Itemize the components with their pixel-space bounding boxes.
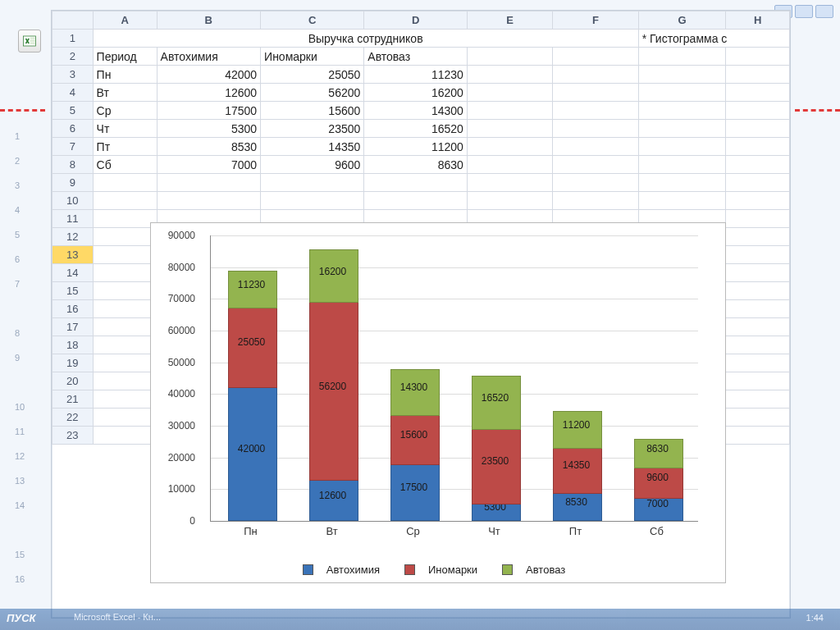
row-header-9[interactable]: 9 xyxy=(52,174,94,192)
cell-r3-c0[interactable]: Пн xyxy=(93,66,157,84)
column-header-H[interactable]: H xyxy=(726,11,790,30)
row-header-5[interactable]: 5 xyxy=(52,102,94,120)
data-label: 11200 xyxy=(553,419,600,431)
embedded-chart[interactable]: 4200025050112301260056200162001750015600… xyxy=(150,222,726,583)
data-label: 8630 xyxy=(634,443,682,454)
row-header-18[interactable]: 18 xyxy=(52,336,94,354)
excel-icon xyxy=(18,30,41,52)
row-header-22[interactable]: 22 xyxy=(52,409,94,427)
cell-r6-c1[interactable]: 5300 xyxy=(157,120,261,138)
row-header-1[interactable]: 1 xyxy=(52,30,94,48)
data-label: 16200 xyxy=(309,266,357,277)
data-label: 12600 xyxy=(309,490,357,501)
cell-r6-c0[interactable]: Чт xyxy=(93,120,157,138)
cell-r5-c0[interactable]: Ср xyxy=(93,102,157,120)
cell-r4-c2[interactable]: 56200 xyxy=(261,84,364,102)
bg-rownum: 12 xyxy=(15,451,25,461)
data-label: 56200 xyxy=(309,381,357,392)
cell-r8-c0[interactable]: Сб xyxy=(93,156,157,174)
row-header-11[interactable]: 11 xyxy=(52,210,94,228)
data-label: 16520 xyxy=(472,392,519,404)
row-header-15[interactable]: 15 xyxy=(52,282,94,300)
bg-rownum: 1 xyxy=(15,131,20,141)
header-cell-2[interactable]: Иномарки xyxy=(261,48,364,66)
cell-r6-c2[interactable]: 23500 xyxy=(261,120,364,138)
cell-r8-c2[interactable]: 9600 xyxy=(261,156,364,174)
bg-rownum: 4 xyxy=(15,205,20,215)
y-tick-80000: 80000 xyxy=(151,262,195,273)
column-header-G[interactable]: G xyxy=(638,11,726,30)
bg-rownum: 8 xyxy=(15,328,20,338)
row-header-10[interactable]: 10 xyxy=(52,192,94,210)
svg-rect-3 xyxy=(30,43,35,44)
start-button[interactable]: ПУСК xyxy=(7,612,36,624)
row-header-23[interactable]: 23 xyxy=(52,427,94,445)
cell-r3-c2[interactable]: 25050 xyxy=(261,66,364,84)
data-label: 8530 xyxy=(553,496,600,508)
data-label: 42000 xyxy=(228,443,276,454)
x-label-Чт: Чт xyxy=(471,525,518,537)
cell-r6-c3[interactable]: 16520 xyxy=(364,120,468,138)
data-label: 7000 xyxy=(634,498,682,509)
cell-r3-c3[interactable]: 11230 xyxy=(364,66,468,84)
row-header-21[interactable]: 21 xyxy=(52,390,94,409)
cell-r5-c1[interactable]: 17500 xyxy=(157,102,261,120)
bg-rownum: 15 xyxy=(15,550,25,559)
red-dash-right xyxy=(795,109,840,112)
cell-r4-c3[interactable]: 16200 xyxy=(364,84,468,102)
column-header-E[interactable]: E xyxy=(467,11,552,30)
column-header-A[interactable]: A xyxy=(93,11,157,30)
note-cell[interactable]: * Гистограмма с xyxy=(638,30,789,48)
taskbar[interactable]: ПУСК Microsoft Excel - Кн... 1:44 xyxy=(0,609,840,630)
column-header-D[interactable]: D xyxy=(364,11,468,30)
cell-r7-c3[interactable]: 11200 xyxy=(364,138,468,156)
chart-plot-area: 4200025050112301260056200162001750015600… xyxy=(210,235,698,522)
y-tick-70000: 70000 xyxy=(151,293,195,304)
cell-r8-c1[interactable]: 7000 xyxy=(157,156,261,174)
taskbar-item-excel[interactable]: Microsoft Excel - Кн... xyxy=(74,612,161,622)
row-header-4[interactable]: 4 xyxy=(52,84,94,102)
header-cell-3[interactable]: Автоваз xyxy=(364,48,468,66)
legend-item-1: Иномарки xyxy=(404,564,486,576)
row-header-17[interactable]: 17 xyxy=(52,318,94,336)
row-header-3[interactable]: 3 xyxy=(52,66,94,84)
data-label: 17500 xyxy=(390,482,438,493)
spreadsheet-panel[interactable]: ABCDEFGH 1Выручка сотрудников* Гистограм… xyxy=(51,10,791,619)
cell-r8-c3[interactable]: 8630 xyxy=(364,156,468,174)
column-header-C[interactable]: C xyxy=(261,11,364,30)
row-header-2[interactable]: 2 xyxy=(52,48,94,66)
cell-r7-c1[interactable]: 8530 xyxy=(157,138,261,156)
row-header-16[interactable]: 16 xyxy=(52,300,94,318)
data-label: 14350 xyxy=(553,459,600,471)
row-header-8[interactable]: 8 xyxy=(52,156,94,174)
column-header-F[interactable]: F xyxy=(553,11,638,30)
row-header-14[interactable]: 14 xyxy=(52,264,94,282)
row-header-20[interactable]: 20 xyxy=(52,372,94,390)
bg-rownum: 14 xyxy=(15,500,25,510)
taskbar-clock: 1:44 xyxy=(806,613,824,623)
cell-r4-c0[interactable]: Вт xyxy=(93,84,157,102)
bg-rownum: 9 xyxy=(15,353,20,363)
svg-rect-2 xyxy=(30,40,35,42)
legend-item-0: Автохимия xyxy=(303,564,388,576)
row-header-19[interactable]: 19 xyxy=(52,354,94,372)
cell-r5-c2[interactable]: 15600 xyxy=(261,102,364,120)
cell-r3-c1[interactable]: 42000 xyxy=(157,66,261,84)
y-tick-30000: 30000 xyxy=(151,420,195,431)
cell-r7-c0[interactable]: Пт xyxy=(93,138,157,156)
column-header-B[interactable]: B xyxy=(157,11,261,30)
bg-rownum: 11 xyxy=(15,427,25,436)
bg-rownum: 16 xyxy=(15,574,25,584)
row-header-6[interactable]: 6 xyxy=(52,120,94,138)
cell-r4-c1[interactable]: 12600 xyxy=(157,84,261,102)
cell-r5-c3[interactable]: 14300 xyxy=(364,102,468,120)
data-label: 14300 xyxy=(390,381,438,393)
header-cell-1[interactable]: Автохимия xyxy=(157,48,261,66)
header-cell-0[interactable]: Период xyxy=(93,48,157,66)
row-header-12[interactable]: 12 xyxy=(52,228,94,246)
bg-rownum: 10 xyxy=(15,402,25,412)
cell-r7-c2[interactable]: 14350 xyxy=(261,138,364,156)
title-cell[interactable]: Выручка сотрудников xyxy=(93,30,638,48)
row-header-13[interactable]: 13 xyxy=(52,246,94,264)
row-header-7[interactable]: 7 xyxy=(52,138,94,156)
